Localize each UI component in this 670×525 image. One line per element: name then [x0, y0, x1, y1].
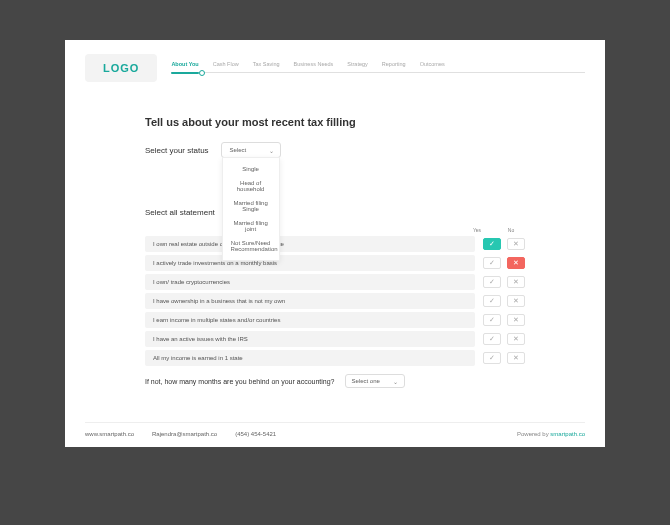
statement-toggle: ✓✕ [483, 276, 525, 288]
yes-button[interactable]: ✓ [483, 295, 501, 307]
status-label: Select your status [145, 146, 209, 155]
statement-row: I have ownership in a business that is n… [145, 293, 525, 309]
status-option[interactable]: Not Sure/Need Recommendation [223, 236, 279, 256]
statement-toggle: ✓✕ [483, 352, 525, 364]
stepper-knob [199, 70, 205, 76]
yes-button[interactable]: ✓ [483, 333, 501, 345]
tab-about-you[interactable]: About You [171, 61, 198, 75]
statement-text: I earn income in multiple states and/or … [145, 312, 475, 328]
logo: LOGO [85, 54, 157, 82]
no-button[interactable]: ✕ [507, 333, 525, 345]
statement-row: All my income is earned in 1 state✓✕ [145, 350, 525, 366]
no-button[interactable]: ✕ [507, 352, 525, 364]
no-button[interactable]: ✕ [507, 257, 525, 269]
tab-tax-saving[interactable]: Tax Saving [253, 61, 280, 75]
statements-table: Yes No I own real estate outside of my p… [145, 227, 525, 366]
statement-row: I actively trade investments on a monthl… [145, 255, 525, 271]
chevron-down-icon: ⌄ [269, 147, 274, 154]
tab-reporting[interactable]: Reporting [382, 61, 406, 75]
statement-text: All my income is earned in 1 state [145, 350, 475, 366]
tab-business-needs[interactable]: Business Needs [294, 61, 334, 75]
statement-toggle: ✓✕ [483, 314, 525, 326]
statement-text: I have an active issues with the IRS [145, 331, 475, 347]
months-row: If not, how many months are you behind o… [145, 374, 525, 388]
months-label: If not, how many months are you behind o… [145, 378, 335, 385]
status-option[interactable]: Head of household [223, 176, 279, 196]
no-button[interactable]: ✕ [507, 276, 525, 288]
footer-phone[interactable]: (454) 454-5421 [235, 431, 276, 437]
yes-button[interactable]: ✓ [483, 276, 501, 288]
col-no: No [503, 227, 519, 233]
status-select[interactable]: Select ⌄ SingleHead of householdMarried … [221, 142, 281, 158]
statement-row: I have an active issues with the IRS✓✕ [145, 331, 525, 347]
yes-button[interactable]: ✓ [483, 238, 501, 250]
header: LOGO About YouCash FlowTax SavingBusines… [85, 54, 585, 82]
statement-text: I actively trade investments on a monthl… [145, 255, 475, 271]
footer-left: www.smartpath.co Rajendra@smartpath.co (… [85, 431, 276, 437]
status-option[interactable]: Married filing joint [223, 216, 279, 236]
powered-link[interactable]: smartpath.co [550, 431, 585, 437]
tab-strategy[interactable]: Strategy [347, 61, 367, 75]
no-button[interactable]: ✕ [507, 295, 525, 307]
page-title: Tell us about your most recent tax filli… [145, 116, 525, 128]
status-select-value: Select [230, 147, 247, 153]
statements-label: Select all statement [145, 208, 525, 217]
no-button[interactable]: ✕ [507, 238, 525, 250]
statement-toggle: ✓✕ [483, 257, 525, 269]
yes-button[interactable]: ✓ [483, 314, 501, 326]
status-option[interactable]: Single [223, 162, 279, 176]
chevron-down-icon: ⌄ [393, 378, 398, 385]
statement-row: I own/ trade cryptocurrencies✓✕ [145, 274, 525, 290]
tab-outcomes[interactable]: Outcomes [420, 61, 445, 75]
statement-text: I own real estate outside of my primary … [145, 236, 475, 252]
months-select-value: Select one [352, 378, 380, 384]
statement-text: I own/ trade cryptocurrencies [145, 274, 475, 290]
status-dropdown: SingleHead of householdMarried filing Si… [222, 157, 280, 261]
col-yes: Yes [469, 227, 485, 233]
statement-toggle: ✓✕ [483, 238, 525, 250]
main-content: Tell us about your most recent tax filli… [85, 82, 585, 398]
stepper-tabs: About YouCash FlowTax SavingBusiness Nee… [171, 61, 585, 75]
statement-row: I earn income in multiple states and/or … [145, 312, 525, 328]
tab-cash-flow[interactable]: Cash Flow [213, 61, 239, 75]
statement-row: I own real estate outside of my primary … [145, 236, 525, 252]
statements-header: Yes No [145, 227, 525, 233]
statement-toggle: ✓✕ [483, 333, 525, 345]
app-window: LOGO About YouCash FlowTax SavingBusines… [65, 40, 605, 447]
statement-toggle: ✓✕ [483, 295, 525, 307]
status-option[interactable]: Married filing Single [223, 196, 279, 216]
yes-button[interactable]: ✓ [483, 352, 501, 364]
no-button[interactable]: ✕ [507, 314, 525, 326]
footer-powered: Powered by smartpath.co [517, 431, 585, 437]
footer: www.smartpath.co Rajendra@smartpath.co (… [85, 422, 585, 437]
statement-text: I have ownership in a business that is n… [145, 293, 475, 309]
footer-email[interactable]: Rajendra@smartpath.co [152, 431, 217, 437]
status-row: Select your status Select ⌄ SingleHead o… [145, 142, 525, 158]
footer-site[interactable]: www.smartpath.co [85, 431, 134, 437]
months-select[interactable]: Select one ⌄ [345, 374, 405, 388]
yes-button[interactable]: ✓ [483, 257, 501, 269]
